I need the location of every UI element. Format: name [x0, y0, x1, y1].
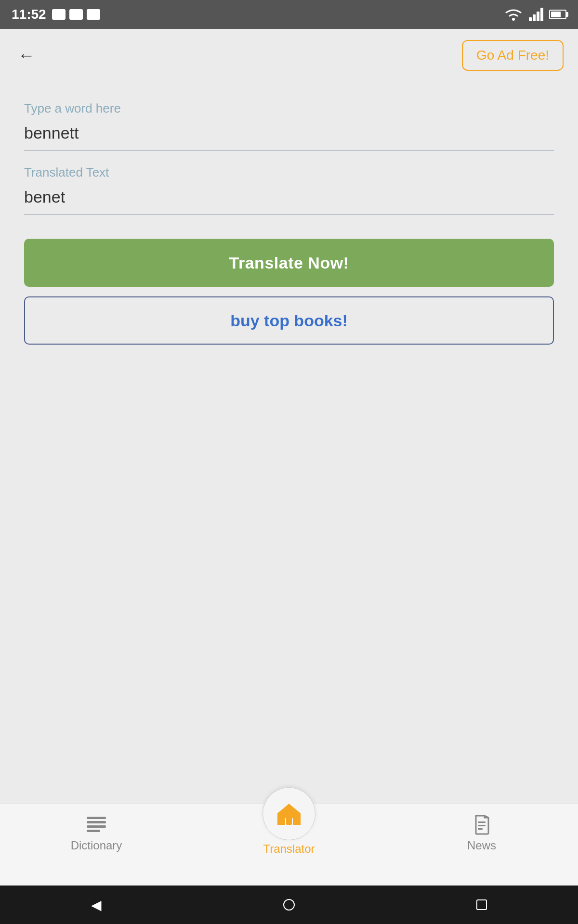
android-nav: ◀: [0, 886, 578, 924]
svg-rect-1: [529, 17, 532, 21]
back-button[interactable]: ←: [14, 43, 39, 67]
translate-now-button[interactable]: Translate Now!: [24, 239, 554, 287]
status-bar: 11:52: [0, 0, 578, 29]
go-ad-free-button[interactable]: Go Ad Free!: [462, 40, 564, 71]
android-recents-button[interactable]: [476, 899, 487, 910]
signal-icon: [529, 8, 543, 21]
dictionary-icon: [85, 814, 108, 835]
android-home-button[interactable]: [283, 899, 295, 911]
svg-rect-10: [478, 821, 486, 823]
svg-rect-6: [87, 821, 106, 823]
svg-rect-5: [87, 817, 106, 819]
battery-icon: [549, 10, 566, 19]
svg-rect-11: [478, 825, 486, 826]
status-bar-left: 11:52: [12, 7, 100, 22]
news-label: News: [467, 839, 496, 852]
word-input[interactable]: bennett: [24, 124, 554, 151]
status-time: 11:52: [12, 7, 46, 22]
status-bar-right: [504, 7, 566, 22]
svg-point-0: [512, 18, 515, 21]
translator-bubble: [263, 787, 315, 840]
back-arrow-icon: ←: [18, 45, 35, 65]
news-icon: [470, 814, 493, 835]
nav-item-news[interactable]: News: [385, 809, 578, 852]
translator-label: Translator: [263, 842, 315, 856]
translated-value: benet: [24, 188, 554, 215]
status-icons: [52, 9, 100, 20]
svg-rect-7: [87, 825, 106, 828]
svg-rect-12: [478, 828, 483, 830]
svg-rect-3: [537, 12, 539, 21]
svg-rect-4: [540, 8, 543, 21]
status-icon-1: [52, 9, 66, 20]
svg-rect-8: [87, 830, 100, 832]
input-label: Type a word here: [24, 101, 554, 116]
android-back-button[interactable]: ◀: [91, 897, 102, 913]
dictionary-label: Dictionary: [71, 839, 122, 852]
buy-books-button[interactable]: buy top books!: [24, 296, 554, 345]
translated-label: Translated Text: [24, 165, 554, 180]
bottom-nav: Dictionary Translator News: [0, 804, 578, 886]
nav-item-translator[interactable]: Translator: [193, 787, 385, 856]
status-icon-2: [69, 9, 83, 20]
main-content: Type a word here bennett Translated Text…: [0, 82, 578, 804]
svg-rect-2: [533, 14, 536, 21]
wifi-icon: [504, 7, 523, 22]
app-header: ← Go Ad Free!: [0, 29, 578, 82]
home-icon: [275, 801, 303, 827]
nav-item-dictionary[interactable]: Dictionary: [0, 809, 193, 852]
status-icon-3: [87, 9, 100, 20]
svg-rect-9: [286, 817, 292, 825]
